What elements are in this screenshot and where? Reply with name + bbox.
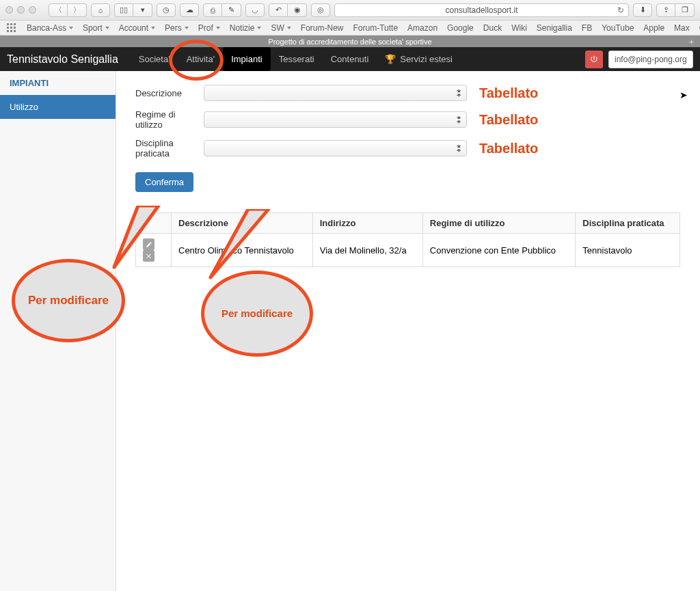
sidebar-heading[interactable]: IMPIANTI [0, 71, 116, 95]
callout-text-2: Per modificare [221, 307, 293, 319]
table-row: Centro Olimpico Tennistavolo Via del Mol… [136, 234, 680, 267]
bookmark-account[interactable]: Account [119, 23, 155, 33]
adblock-button[interactable]: ◉ [288, 3, 307, 17]
bookmark-bar: Banca-AssSportAccountPersProfNotizieSWFo… [0, 20, 700, 36]
apps-grid-icon[interactable] [7, 23, 16, 32]
bookmark-forum-tutte[interactable]: Forum-Tutte [353, 23, 398, 33]
form-row-descrizione: Descrizione ▴▾ Tabellato [135, 85, 681, 101]
trophy-icon: 🏆 [385, 54, 396, 64]
th-indirizzo: Indirizzo [312, 213, 422, 234]
delete-row-button[interactable] [143, 250, 154, 262]
th-actions [136, 213, 172, 234]
annotation-tabellato-1: Tabellato [479, 85, 538, 101]
close-icon [146, 253, 152, 260]
tab-title[interactable]: Progetto di accreditamento delle societa… [268, 38, 431, 46]
impianti-table: Descrizione Indirizzo Regime di utilizzo… [135, 212, 680, 267]
label-descrizione: Descrizione [135, 88, 204, 98]
undo-button[interactable]: ↶ [269, 3, 288, 17]
form-row-regime: Regime di utilizzo ▴▾ Tabellato [135, 109, 681, 130]
user-email-input[interactable] [608, 51, 693, 68]
bookmark-duck[interactable]: Duck [483, 23, 502, 33]
cell-indirizzo: Via del Molinello, 32/a [312, 234, 422, 267]
logout-button[interactable] [585, 51, 603, 68]
sidebar-item-utilizzo[interactable]: Utilizzo [0, 95, 116, 119]
bookmark-banca-ass[interactable]: Banca-Ass [27, 23, 73, 33]
bookmark-notizie[interactable]: Notizie [230, 23, 262, 33]
nav-impianti[interactable]: Impianti [223, 47, 271, 71]
app-navbar: Tennistavolo Senigallia Societa'Attivita… [0, 47, 700, 71]
reload-icon[interactable]: ↻ [617, 5, 624, 15]
url-text: consultadellosport.it [445, 5, 517, 15]
window-min-icon[interactable] [17, 6, 25, 14]
edit-row-button[interactable] [143, 238, 154, 250]
bookmark-apple[interactable]: Apple [643, 23, 664, 33]
label-disciplina: Disciplina praticata [135, 138, 204, 159]
browser-toolbar: 〈 〉 ⌂ ▯▯ ▾ ◷ ☁ ⎙ ✎ ◡ ↶ ◉ ◎ consultadello… [0, 0, 700, 20]
bookmark-pers[interactable]: Pers [165, 23, 189, 33]
confirm-button[interactable]: Conferma [135, 172, 193, 192]
bookmark-sw[interactable]: SW [271, 23, 291, 33]
history-button[interactable]: ◷ [157, 3, 176, 17]
share-button[interactable]: ⇪ [656, 3, 675, 17]
bookmark-wiki[interactable]: Wiki [511, 23, 527, 33]
nav-servizi-estesi[interactable]: 🏆 Servizi estesi [377, 47, 461, 71]
annotation-tabellato-2: Tabellato [479, 112, 538, 128]
home-button[interactable]: ⌂ [91, 3, 110, 17]
pencil-icon [146, 241, 152, 248]
sidebar-toggle-button[interactable]: ▯▯ [114, 3, 133, 17]
select-regime[interactable]: ▴▾ [204, 111, 467, 128]
window-max-icon[interactable] [29, 6, 36, 14]
bookmark-google[interactable]: Google [447, 23, 474, 33]
content-area: Descrizione ▴▾ Tabellato Regime di utili… [116, 71, 700, 591]
bookmark-max[interactable]: Max [674, 23, 690, 33]
cell-regime: Convenzione con Ente Pubblico [422, 234, 576, 267]
forward-button[interactable]: 〉 [68, 3, 87, 17]
th-disciplina: Disciplina praticata [576, 213, 680, 234]
print-button[interactable]: ⎙ [203, 3, 222, 17]
th-descrizione: Descrizione [172, 213, 313, 234]
download-button[interactable]: ⬇ [633, 3, 652, 17]
bookmark-senigallia[interactable]: Senigallia [537, 23, 572, 33]
annotation-tabellato-3: Tabellato [479, 141, 538, 156]
app-brand[interactable]: Tennistavolo Senigallia [7, 53, 118, 66]
url-field[interactable]: consultadellosport.it ↻ [334, 3, 629, 17]
bookmark-prof[interactable]: Prof [198, 23, 220, 33]
cell-disciplina: Tennistavolo [576, 234, 680, 267]
form-row-disciplina: Disciplina praticata ▴▾ Tabellato [135, 138, 681, 159]
tabs-button[interactable]: ❐ [675, 3, 695, 17]
nav-societa[interactable]: Societa' [131, 47, 178, 71]
sidebar: IMPIANTI Utilizzo [0, 71, 116, 591]
nav-servizi-label: Servizi estesi [400, 54, 453, 64]
window-close-icon[interactable] [5, 6, 13, 14]
select-disciplina[interactable]: ▴▾ [204, 140, 467, 156]
power-icon [589, 55, 599, 64]
th-regime: Regime di utilizzo [422, 213, 576, 234]
nav-tesserati[interactable]: Tesserati [271, 47, 323, 71]
tool-button[interactable]: ✎ [222, 3, 241, 17]
extension-button[interactable]: ◎ [311, 3, 330, 17]
cell-descrizione: Centro Olimpico Tennistavolo [172, 234, 313, 267]
cloud-button[interactable]: ☁ [180, 3, 199, 17]
label-regime: Regime di utilizzo [135, 109, 204, 130]
pocket-button[interactable]: ◡ [245, 3, 265, 17]
page-body: IMPIANTI Utilizzo Descrizione ▴▾ Tabella… [0, 71, 700, 591]
annotation-callout-delete: Per modificare [201, 271, 313, 357]
reader-button[interactable]: ▾ [133, 3, 152, 17]
new-tab-button[interactable]: ＋ [687, 36, 696, 48]
bookmark-amazon[interactable]: Amazon [407, 23, 438, 33]
select-descrizione[interactable]: ▴▾ [204, 85, 467, 101]
bookmark-youtube[interactable]: YouTube [602, 23, 634, 33]
bookmark-forum-new[interactable]: Forum-New [301, 23, 344, 33]
nav-contenuti[interactable]: Contenuti [323, 47, 377, 71]
bookmark-fb[interactable]: FB [582, 23, 592, 33]
back-button[interactable]: 〈 [49, 3, 68, 17]
nav-attivita[interactable]: Attivita' [178, 47, 224, 71]
bookmark-sport[interactable]: Sport [83, 23, 109, 33]
tab-strip: Progetto di accreditamento delle societa… [0, 36, 700, 47]
